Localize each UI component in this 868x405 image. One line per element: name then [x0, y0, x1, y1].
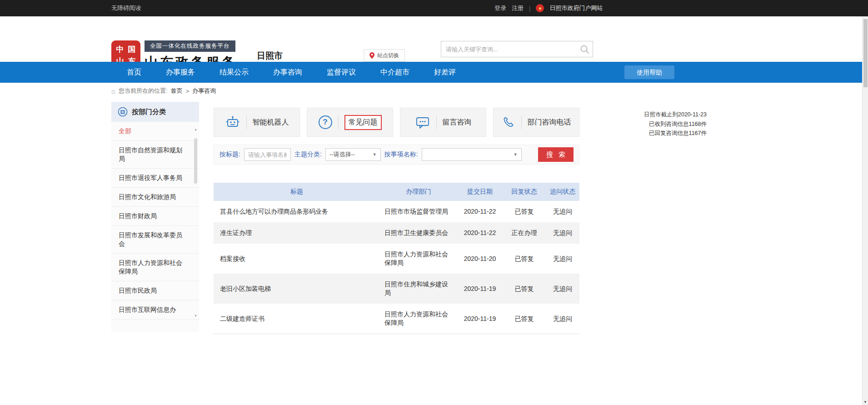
site-switch-button[interactable]: 站点切换 — [364, 49, 405, 62]
consult-results-table: 标题 办理部门 提交日期 回复状态 追问状态 莒县什么地方可以办理商品条形码业务… — [214, 183, 579, 334]
department-sidebar: 按部门分类 全部 日照市自然资源和规划局 日照市退役军人事务局 日照市文化和旅游… — [111, 102, 199, 332]
sidebar-title: 按部门分类 — [132, 108, 166, 116]
breadcrumb-current[interactable]: 办事咨询 — [192, 87, 216, 95]
row-title[interactable]: 莒县什么地方可以办理商品条形码业务 — [214, 201, 380, 222]
platform-badge: 全国一体化在线政务服务平台 — [145, 40, 235, 52]
breadcrumb-prefix: 您当前所在的位置: — [119, 87, 168, 95]
category-select[interactable]: --请选择-- ▼ — [325, 148, 381, 161]
stats-line: 日照市截止到2020-11-23 — [629, 110, 707, 120]
department-icon — [118, 107, 128, 117]
nav-item-services[interactable]: 办事服务 — [154, 62, 207, 83]
location-pin-icon — [369, 52, 374, 59]
row-date: 2020-11-22 — [457, 201, 503, 222]
table-row[interactable]: 二级建造师证书 日照市人力资源和社会保障局 2020-11-19 已答复 无追问 — [214, 304, 579, 334]
channel-faq[interactable]: ? 常见问题 — [307, 108, 393, 137]
help-button[interactable]: 使用帮助 — [624, 65, 674, 79]
register-link[interactable]: 注册 — [512, 4, 524, 12]
sidebar-item[interactable]: 日照市退役军人事务局 — [111, 169, 199, 188]
nav-item-rating[interactable]: 好差评 — [422, 62, 468, 83]
row-dept: 日照市人力资源和社会保障局 — [380, 304, 457, 334]
robot-icon — [225, 115, 240, 129]
seal-char: 国 — [128, 44, 136, 55]
national-emblem-icon: ★ — [536, 4, 544, 12]
consult-stats: 日照市截止到2020-11-23 已收到咨询信息1168件 已回复咨询信息116… — [629, 110, 707, 138]
channel-label: 智能机器人 — [253, 118, 289, 127]
sidebar-item[interactable]: 日照市文化和旅游局 — [111, 188, 199, 207]
site-switch-label: 站点切换 — [377, 52, 399, 60]
accessibility-link[interactable]: 无障碍阅读 — [111, 0, 141, 16]
item-select[interactable]: ▼ — [422, 148, 522, 161]
nav-item-consult[interactable]: 办事咨询 — [261, 62, 314, 83]
channel-smart-robot[interactable]: 智能机器人 — [214, 108, 300, 137]
row-follow: 无追问 — [546, 274, 579, 304]
nav-item-intermediary[interactable]: 中介超市 — [368, 62, 422, 83]
row-reply: 已答复 — [503, 274, 546, 304]
home-icon: ⌂ — [111, 87, 115, 95]
seal-char: 中 — [116, 44, 124, 55]
stats-line: 已回复咨询信息1167件 — [629, 129, 707, 138]
window-scroll-thumb[interactable] — [863, 19, 868, 87]
divider — [436, 115, 437, 129]
table-row[interactable]: 准生证办理 日照市卫生健康委员会 2020-11-22 正在办理 无追问 — [214, 222, 579, 244]
row-dept: 日照市市场监督管理局 — [380, 201, 457, 222]
scroll-down-icon[interactable]: ▼ — [194, 314, 198, 318]
window-scrollbar[interactable]: ▼ — [862, 16, 868, 405]
table-row[interactable]: 档案接收 日照市人力资源和社会保障局 2020-11-20 已答复 无追问 — [214, 244, 579, 274]
keyword-search-input[interactable] — [441, 41, 593, 57]
topbar-divider: | — [529, 5, 530, 12]
sidebar-header: 按部门分类 — [111, 102, 199, 122]
channel-label: 留言咨询 — [443, 118, 472, 127]
divider — [338, 115, 339, 129]
row-date: 2020-11-19 — [457, 304, 503, 334]
breadcrumb-home-link[interactable]: 首页 — [171, 87, 183, 95]
channel-phone-directory[interactable]: 部门咨询电话 — [493, 108, 579, 137]
scroll-down-icon[interactable]: ▼ — [863, 400, 868, 404]
table-row[interactable]: 莒县什么地方可以办理商品条形码业务 日照市市场监督管理局 2020-11-22 … — [214, 201, 579, 222]
sidebar-item[interactable]: 日照市发展和改革委员会 — [111, 226, 199, 254]
question-icon: ? — [319, 115, 332, 129]
scroll-up-icon[interactable]: ▲ — [194, 127, 198, 132]
row-title[interactable]: 老旧小区加装电梯 — [214, 274, 380, 304]
search-icon[interactable] — [579, 44, 590, 55]
sidebar-item[interactable]: 日照市人力资源和社会保障局 — [111, 254, 199, 281]
stats-line: 已收到咨询信息1168件 — [629, 120, 707, 129]
row-follow: 无追问 — [546, 304, 579, 334]
chevron-down-icon: ▼ — [373, 152, 377, 157]
row-reply: 已答复 — [503, 244, 546, 274]
table-header-row: 标题 办理部门 提交日期 回复状态 追问状态 — [214, 183, 579, 201]
filter-search-button[interactable]: 搜 索 — [538, 147, 574, 162]
nav-item-supervision[interactable]: 监督评议 — [314, 62, 368, 83]
portal-site-link[interactable]: 日照市政府门户网站 — [549, 4, 603, 12]
chevron-down-icon: ▼ — [514, 152, 518, 157]
channel-label: 部门咨询电话 — [528, 118, 571, 127]
header-date: 提交日期 — [457, 183, 503, 201]
phone-icon — [502, 115, 515, 129]
nav-item-results[interactable]: 结果公示 — [207, 62, 261, 83]
header-title: 标题 — [214, 183, 380, 201]
nav-items: 首页 办事服务 结果公示 办事咨询 监督评议 中介超市 好差评 — [115, 62, 468, 83]
sidebar-scroll-thumb[interactable] — [194, 138, 197, 184]
table-row[interactable]: 老旧小区加装电梯 日照市住房和城乡建设局 2020-11-19 已答复 无追问 — [214, 274, 579, 304]
nav-item-home[interactable]: 首页 — [115, 62, 154, 83]
channel-message-consult[interactable]: 留言咨询 — [400, 108, 486, 137]
sidebar-item[interactable]: 日照市民政局 — [111, 281, 199, 300]
consult-channel-cards: 智能机器人 ? 常见问题 留言咨询 部门咨询电话 — [214, 108, 579, 137]
city-name: 日照市 — [257, 50, 283, 62]
sidebar-list: 全部 日照市自然资源和规划局 日照市退役军人事务局 日照市文化和旅游局 日照市财… — [111, 122, 199, 320]
login-link[interactable]: 登录 — [494, 4, 506, 12]
header-dept: 办理部门 — [380, 183, 457, 201]
row-follow: 无追问 — [546, 201, 579, 222]
row-dept: 日照市人力资源和社会保障局 — [380, 244, 457, 274]
sidebar-item-all[interactable]: 全部 — [111, 122, 199, 141]
breadcrumb: ⌂ 您当前所在的位置: 首页 > 办事咨询 — [111, 84, 216, 98]
sidebar-item[interactable]: 日照市财政局 — [111, 207, 199, 226]
row-title[interactable]: 档案接收 — [214, 244, 380, 274]
row-title[interactable]: 准生证办理 — [214, 222, 380, 244]
title-filter-input[interactable] — [244, 148, 291, 161]
row-title[interactable]: 二级建造师证书 — [214, 304, 380, 334]
row-date: 2020-11-19 — [457, 274, 503, 304]
sidebar-item[interactable]: 日照市自然资源和规划局 — [111, 141, 199, 169]
sidebar-scrollbar[interactable]: ▲ ▼ — [194, 127, 198, 318]
top-utility-bar: 无障碍阅读 登录 注册 | ★ 日照市政府门户网站 — [0, 0, 868, 16]
sidebar-item[interactable]: 日照市互联网信息办 — [111, 300, 199, 320]
